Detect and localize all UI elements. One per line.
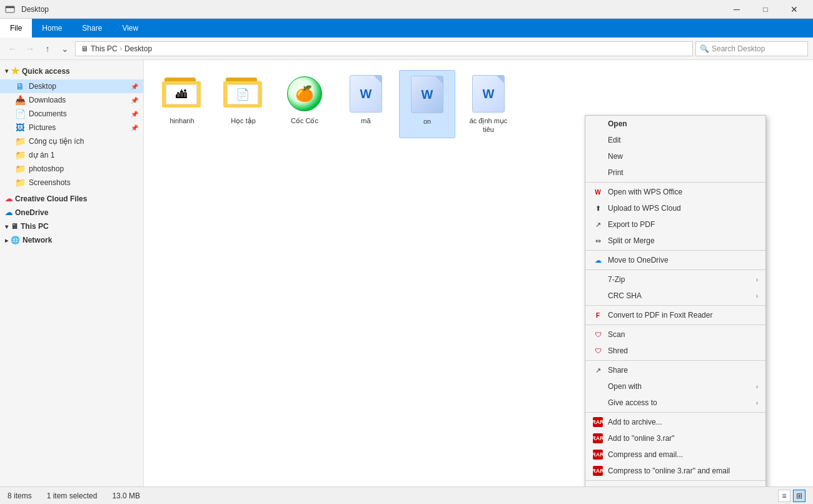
screenshots-folder-icon: 📁 bbox=[15, 178, 25, 188]
ctx-restore-versions[interactable]: Restore previous versions bbox=[585, 482, 765, 486]
ctx-edit[interactable]: Edit bbox=[585, 132, 765, 148]
ac-dinh-label: ác định mục tiêu bbox=[464, 116, 513, 134]
back-button[interactable]: ← bbox=[5, 41, 20, 56]
sidebar-item-documents[interactable]: 📄 Documents 📌 bbox=[0, 107, 143, 121]
ctx-give-access-label: Give access to bbox=[608, 398, 657, 407]
ctx-7zip[interactable]: 7-Zip › bbox=[585, 271, 765, 288]
ctx-convert-foxit[interactable]: F Convert to PDF in Foxit Reader bbox=[585, 307, 765, 323]
hoc-tap-icon: 📄 bbox=[223, 74, 263, 114]
sidebar-item-desktop[interactable]: 🖥 Desktop 📌 bbox=[0, 79, 143, 93]
ctx-openwith-icon bbox=[593, 381, 603, 391]
ctx-7zip-label: 7-Zip bbox=[608, 275, 625, 284]
ribbon: File Home Share View bbox=[0, 19, 813, 38]
content-area[interactable]: 🏙 hinhanh 📄 Học tập 🍊 bbox=[144, 60, 813, 486]
sidebar-item-cong-cu[interactable]: 📁 Công cụ tiện ích bbox=[0, 134, 143, 148]
recent-button[interactable]: ⌄ bbox=[58, 41, 73, 56]
ctx-split-merge[interactable]: ⇔ Split or Merge bbox=[585, 233, 765, 249]
sidebar-item-du-an[interactable]: 📁 dự án 1 bbox=[0, 148, 143, 162]
sidebar-item-downloads[interactable]: 📥 Downloads 📌 bbox=[0, 93, 143, 107]
this-pc-chevron: ▾ bbox=[5, 223, 8, 230]
quick-access-label: Quick access bbox=[22, 67, 70, 76]
maximize-button[interactable]: □ bbox=[752, 0, 779, 19]
ctx-crc-sha[interactable]: CRC SHA › bbox=[585, 288, 765, 304]
up-button[interactable]: ↑ bbox=[40, 41, 55, 56]
ctx-move-onedrive[interactable]: ☁ Move to OneDrive bbox=[585, 252, 765, 268]
coc-coc-label: Cốc Cốc bbox=[291, 116, 318, 125]
window-title: Desktop bbox=[21, 5, 49, 14]
list-view-button[interactable]: ≡ bbox=[778, 490, 790, 502]
file-coc-coc[interactable]: 🍊 Cốc Cốc bbox=[276, 70, 333, 138]
downloads-pin-icon: 📌 bbox=[131, 97, 138, 104]
ctx-crc-icon bbox=[593, 291, 603, 301]
ctx-open-with[interactable]: Open with › bbox=[585, 378, 765, 395]
ctx-compress-online-email[interactable]: RAR Compress to "online 3.rar" and email bbox=[585, 463, 765, 479]
ctx-rar4-icon: RAR bbox=[593, 466, 603, 476]
ctx-rar2-icon: RAR bbox=[593, 433, 603, 443]
minimize-button[interactable]: ─ bbox=[723, 0, 750, 19]
coc-coc-icon: 🍊 bbox=[285, 74, 325, 114]
ctx-upload-wps[interactable]: ⬆ Upload to WPS Cloud bbox=[585, 200, 765, 216]
ribbon-tab-view[interactable]: View bbox=[112, 19, 148, 38]
ctx-open-label: Open bbox=[608, 119, 627, 128]
ctx-sep-2 bbox=[585, 250, 765, 251]
creative-cloud-icon: ☁ bbox=[5, 194, 13, 203]
network-icon: 🌐 bbox=[11, 236, 20, 244]
window-controls: ─ □ ✕ bbox=[723, 0, 808, 19]
ma-label: mã bbox=[361, 116, 370, 125]
file-on[interactable]: W on bbox=[399, 70, 455, 138]
ctx-rar1-icon: RAR bbox=[593, 417, 603, 427]
ctx-share[interactable]: ↗ Share bbox=[585, 362, 765, 378]
ac-dinh-icon: W bbox=[468, 74, 508, 114]
ctx-giveaccess-arrow: › bbox=[756, 400, 758, 406]
file-ac-dinh[interactable]: W ác định mục tiêu bbox=[460, 70, 517, 138]
ctx-share-icon: ↗ bbox=[593, 365, 603, 375]
ctx-open[interactable]: Open bbox=[585, 116, 765, 132]
ctx-scan[interactable]: 🛡 Scan bbox=[585, 326, 765, 343]
ctx-crc-arrow: › bbox=[756, 293, 758, 300]
ctx-shred[interactable]: 🛡 Shred bbox=[585, 343, 765, 359]
ribbon-tab-file[interactable]: File bbox=[0, 19, 32, 38]
ctx-sep-5 bbox=[585, 325, 765, 325]
ctx-export-pdf[interactable]: ↗ Export to PDF bbox=[585, 216, 765, 233]
grid-view-button[interactable]: ⊞ bbox=[793, 490, 805, 502]
ctx-restore-versions-label: Restore previous versions bbox=[608, 486, 695, 486]
quick-access-header[interactable]: ▾ ★ Quick access bbox=[0, 63, 143, 79]
ctx-add-archive[interactable]: RAR Add to archive... bbox=[585, 414, 765, 430]
ctx-open-wps[interactable]: W Open with WPS Office bbox=[585, 184, 765, 200]
ctx-give-access[interactable]: Give access to › bbox=[585, 395, 765, 411]
sidebar-item-screenshots[interactable]: 📁 Screenshots bbox=[0, 176, 143, 189]
ctx-add-online-rar[interactable]: RAR Add to "online 3.rar" bbox=[585, 430, 765, 446]
onedrive-header[interactable]: ☁ OneDrive bbox=[0, 206, 143, 219]
file-hoc-tap[interactable]: 📄 Học tập bbox=[215, 70, 271, 138]
network-header[interactable]: ▸ 🌐 Network bbox=[0, 233, 143, 247]
address-icon: 🖥 bbox=[81, 44, 88, 53]
search-box[interactable]: 🔍 Search Desktop bbox=[695, 41, 808, 56]
sidebar-item-desktop-label: Desktop bbox=[29, 82, 56, 91]
close-button[interactable]: ✕ bbox=[780, 0, 808, 19]
ribbon-tab-share[interactable]: Share bbox=[72, 19, 112, 38]
ctx-rar3-icon: RAR bbox=[593, 450, 603, 460]
hoc-tap-label: Học tập bbox=[231, 116, 256, 125]
ctx-export-pdf-label: Export to PDF bbox=[608, 220, 655, 229]
ctx-compress-email[interactable]: RAR Compress and email... bbox=[585, 446, 765, 463]
ctx-print[interactable]: Print bbox=[585, 164, 765, 181]
creative-cloud-header[interactable]: ☁ Creative Cloud Files bbox=[0, 192, 143, 206]
this-pc-header[interactable]: ▾ 🖥 This PC bbox=[0, 219, 143, 233]
documents-folder-icon: 📄 bbox=[15, 109, 25, 119]
ribbon-tab-home[interactable]: Home bbox=[32, 19, 72, 38]
ctx-new[interactable]: New bbox=[585, 148, 765, 164]
sidebar-item-photoshop[interactable]: 📁 photoshop bbox=[0, 162, 143, 176]
address-path[interactable]: 🖥 This PC › Desktop bbox=[75, 41, 693, 56]
address-bar: ← → ↑ ⌄ 🖥 This PC › Desktop 🔍 Search Des… bbox=[0, 38, 813, 60]
file-hinhanh[interactable]: 🏙 hinhanh bbox=[154, 70, 210, 138]
forward-button[interactable]: → bbox=[23, 41, 38, 56]
path-sep-1: › bbox=[120, 45, 122, 52]
ctx-new-icon bbox=[593, 151, 603, 161]
search-placeholder: Search Desktop bbox=[712, 44, 765, 53]
ctx-wps-icon: W bbox=[593, 187, 603, 197]
sidebar-item-pictures[interactable]: 🖼 Pictures 📌 bbox=[0, 121, 143, 134]
ctx-move-onedrive-label: Move to OneDrive bbox=[608, 256, 669, 265]
ctx-scan-label: Scan bbox=[608, 330, 625, 339]
file-ma[interactable]: W mã bbox=[338, 70, 394, 138]
ctx-print-icon bbox=[593, 168, 603, 178]
